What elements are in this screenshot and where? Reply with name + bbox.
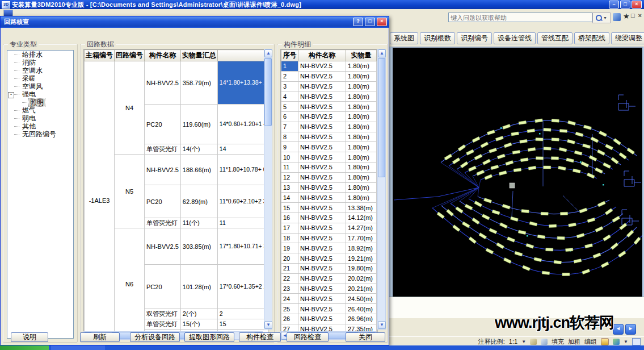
annotation-auto-icon[interactable] <box>541 339 548 345</box>
footer-button-7[interactable]: 关闭 <box>346 332 385 342</box>
detail-row[interactable]: 14NH-BVV2.51.80(m) <box>281 193 377 203</box>
toolbar-button-7[interactable]: 绕梁调整 <box>611 32 644 44</box>
detail-col-header[interactable]: 序号 <box>281 50 298 61</box>
tree-item[interactable]: 其他 <box>7 123 73 130</box>
scroll-thumb[interactable] <box>378 58 385 177</box>
helper-badge-icon[interactable] <box>613 13 621 21</box>
toolbar-button-1[interactable]: 系统图 <box>390 32 418 44</box>
mdi-restore-icon[interactable]: □ <box>631 12 635 19</box>
footer-button-2[interactable]: 刷新 <box>80 332 120 342</box>
annotation-icon[interactable] <box>530 339 537 345</box>
detail-row[interactable]: 19NH-BVV2.518.92(m) <box>281 243 377 253</box>
scroll-thumb[interactable] <box>264 58 272 126</box>
scroll-down-icon[interactable]: ▼ <box>378 321 386 329</box>
detail-row[interactable]: 6NH-BVV2.51.80(m) <box>281 111 377 122</box>
detail-row[interactable]: 3NH-BVV2.51.80(m) <box>281 81 377 91</box>
detail-row[interactable]: 13NH-BVV2.51.80(m) <box>281 182 377 193</box>
calc-expression-cell[interactable]: 17*0.60+1.35+2 2*2.20+2.60+2. +3.18+3.57… <box>217 265 268 309</box>
scale-dropdown-icon[interactable]: ▼ <box>521 339 526 344</box>
detail-row[interactable]: 25NH-BVV2.526.40(m) <box>281 304 377 314</box>
calc-expression-cell[interactable]: 11*0.60+2.10+2 3.08+3.15+3.59 1+4.61+5.0… <box>217 185 268 218</box>
detail-row[interactable]: 20NH-BVV2.519.21(m) <box>281 253 377 264</box>
detail-row[interactable]: 5NH-BVV2.51.80(m) <box>281 102 377 112</box>
detail-row[interactable]: 1NH-BVV2.51.80(m) <box>281 61 377 72</box>
scroll-down-icon[interactable]: ▼ <box>264 321 272 329</box>
mdi-minimize-icon[interactable]: – <box>624 12 628 19</box>
footer-button-4[interactable]: 提取图形回路 <box>184 332 234 342</box>
toolbar-button-6[interactable]: 桥架配线 <box>574 32 609 44</box>
detail-row[interactable]: 10NH-BVV2.51.80(m) <box>281 152 377 163</box>
circuit-vscrollbar[interactable]: ▲ ▼ <box>264 49 272 330</box>
specialty-tree[interactable]: 给排水消防空调水采暖空调风-强电照明燃气弱电其他无回路编号 <box>7 50 74 339</box>
calc-expression-cell[interactable]: 14 <box>217 144 268 155</box>
start-button[interactable] <box>0 345 49 350</box>
tree-item[interactable]: 采暖 <box>7 75 73 82</box>
detail-row[interactable]: 22NH-BVV2.520.02(m) <box>281 273 377 284</box>
calc-expression-cell[interactable]: 14*1.80+13.38+ 27+17.70+18.92 .80+20.02+… <box>217 61 268 105</box>
footer-button-5[interactable]: 构件检查 <box>239 332 281 342</box>
restore-icon[interactable]: □ <box>620 1 630 9</box>
collapse-icon[interactable]: - <box>8 92 14 98</box>
detail-row[interactable]: 23NH-BVV2.520.21(m) <box>281 284 377 294</box>
tree-item[interactable]: 空调水 <box>7 67 73 74</box>
calc-expression-cell[interactable]: 2 <box>217 309 268 319</box>
close-icon[interactable]: × <box>632 1 642 9</box>
toolbar-button-2[interactable]: 识别根数 <box>420 32 455 44</box>
dialog-help-icon[interactable]: ? <box>353 18 363 26</box>
detail-vscrollbar[interactable]: ▲ ▼ <box>377 49 386 330</box>
circuit-col-header[interactable]: 实物量汇总 <box>180 50 217 61</box>
minimize-icon[interactable]: – <box>609 1 619 9</box>
toolbar-button-5[interactable]: 管线互配 <box>537 32 573 44</box>
detail-row[interactable]: 9NH-BVV2.51.80(m) <box>281 142 377 152</box>
tree-item[interactable]: 给排水 <box>7 51 73 59</box>
tree-item[interactable]: 消防 <box>7 59 73 66</box>
tree-item[interactable]: 空调风 <box>7 83 73 90</box>
circuit-col-header[interactable]: 工程量计 <box>217 50 268 61</box>
detail-col-header[interactable]: 实物量 <box>346 50 377 61</box>
detail-row[interactable]: 2NH-BVV2.51.80(m) <box>281 71 377 81</box>
detail-row[interactable]: 17NH-BVV2.514.27(m) <box>281 223 377 233</box>
toolbar-button-3[interactable]: 识别编号 <box>457 32 492 44</box>
detail-row[interactable]: 4NH-BVV2.51.80(m) <box>281 91 377 102</box>
status-dropdown-icon[interactable]: ▼ <box>624 339 628 344</box>
detail-row[interactable]: 24NH-BVV2.524.50(m) <box>281 294 377 304</box>
detail-row[interactable]: 11NH-BVV2.51.80(m) <box>281 162 377 172</box>
calc-expression-cell[interactable]: 11*1.80+10.78+ 02+13.82+15.17 .52+26.75+… <box>217 155 268 185</box>
workspace-icon[interactable] <box>613 339 620 345</box>
detail-row[interactable]: 21NH-BVV2.519.80(m) <box>281 263 377 273</box>
dialog-close-icon[interactable]: × <box>377 18 387 26</box>
scroll-up-icon[interactable]: ▲ <box>264 49 272 57</box>
calc-expression-cell[interactable]: 15 <box>217 319 268 330</box>
mdi-close-icon[interactable]: × <box>638 12 642 19</box>
tree-item[interactable]: 照明 <box>7 99 73 106</box>
pan-left-icon[interactable]: ◄ <box>613 324 624 335</box>
detail-col-header[interactable]: 构件名称 <box>298 50 346 61</box>
dialog-titlebar[interactable]: 回路核查 ? □ × <box>1 16 389 27</box>
circuit-col-header[interactable]: 构件名称 <box>145 50 181 61</box>
detail-row[interactable]: 18NH-BVV2.517.70(m) <box>281 233 377 243</box>
cad-viewport[interactable] <box>389 47 644 297</box>
circuit-col-header[interactable]: 主箱编号 <box>85 50 115 61</box>
statusbar-button[interactable]: 填充 <box>552 338 564 346</box>
calc-expression-cell[interactable]: 11 <box>217 218 268 228</box>
footer-button-1[interactable]: 说明 <box>11 332 48 342</box>
detail-row[interactable]: 26NH-BVV2.526.96(m) <box>281 314 377 324</box>
cleanscreen-icon[interactable] <box>632 338 641 345</box>
statusbar-button[interactable]: 编组 <box>584 338 597 346</box>
detail-row[interactable]: 16NH-BVV2.514.12(m) <box>281 213 377 223</box>
footer-button-6[interactable]: 回路检查 <box>287 332 329 342</box>
search-dropdown[interactable]: ▼ <box>592 13 611 23</box>
detail-row[interactable]: 15NH-BVV2.513.38(m) <box>281 203 377 213</box>
statusbar-button[interactable]: 加粗 <box>568 338 580 346</box>
detail-row[interactable]: 12NH-BVV2.51.80(m) <box>281 172 377 182</box>
taskbar-item[interactable] <box>51 345 105 350</box>
circuit-col-header[interactable]: 回路编号 <box>115 50 145 61</box>
footer-button-3[interactable]: 分析设备回路 <box>130 332 180 342</box>
tree-item[interactable]: 无回路编号 <box>7 131 73 138</box>
lock-icon[interactable] <box>601 338 609 345</box>
taskbar[interactable] <box>0 345 644 350</box>
calc-expression-cell[interactable]: 17*1.80+10.71+ 38+12.02+12.22 .28+15.33+… <box>217 228 268 265</box>
dialog-maximize-icon[interactable]: □ <box>365 18 375 26</box>
detail-row[interactable]: 7NH-BVV2.51.80(m) <box>281 122 377 132</box>
help-search-input[interactable] <box>448 13 592 22</box>
